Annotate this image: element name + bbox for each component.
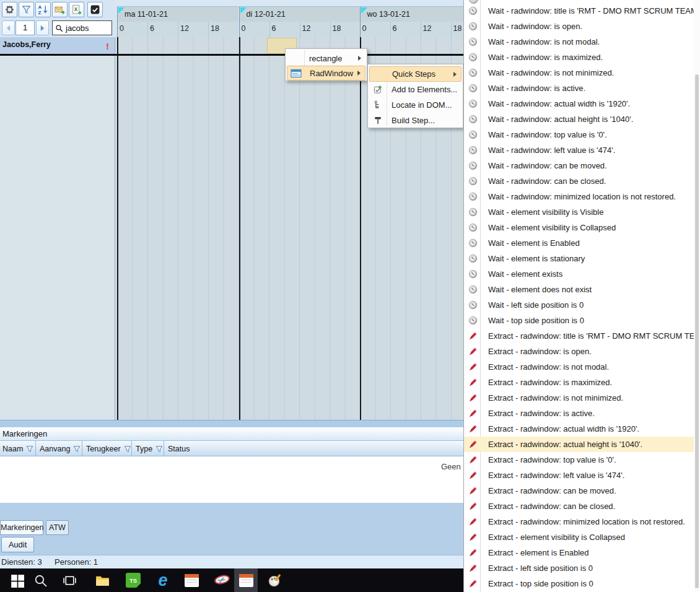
step-row-wait[interactable]: Wait - radwindow: left value is '474'. <box>464 142 694 158</box>
next-page-button[interactable] <box>36 20 49 35</box>
step-row-wait[interactable]: Wait - radwindow: is maximized. <box>464 50 694 65</box>
step-row-extract[interactable]: Extract - radwindow: actual height is '1… <box>464 437 694 452</box>
internet-explorer-button[interactable]: e <box>151 568 175 592</box>
settings-button[interactable] <box>2 2 17 17</box>
step-label: Wait - radwindow: actual width is '1920'… <box>488 96 630 111</box>
step-row-extract[interactable]: Extract - radwindow: is open. <box>464 344 694 359</box>
step-row-wait[interactable]: Wait - radwindow: minimized location is … <box>464 189 694 204</box>
hour-label[interactable]: 12 <box>178 22 208 37</box>
tab-atw[interactable]: ATW <box>46 520 69 535</box>
step-row-wait[interactable]: Wait - radwindow: is active. <box>464 81 694 96</box>
task-view-button[interactable] <box>58 568 81 592</box>
step-row-wait[interactable]: Wait - element visibility is Visible <box>464 204 694 220</box>
step-row-extract[interactable]: Extract - radwindow: is not minimized. <box>464 390 694 406</box>
tab-markeringen[interactable]: Markeringen <box>0 520 43 535</box>
column-header-type[interactable]: Type <box>133 441 164 456</box>
step-row-extract[interactable]: Extract - radwindow: can be closed. <box>464 498 694 514</box>
submenu-item-build-step[interactable]: Build Step... <box>369 113 462 128</box>
hour-label[interactable]: 0 <box>117 22 147 37</box>
filter-funnel-icon[interactable] <box>73 445 81 453</box>
step-row-wait[interactable]: Wait - left side position is 0 <box>464 297 694 313</box>
menu-item-rectangle[interactable]: rectangle <box>287 51 365 66</box>
column-header-naam[interactable]: Naam <box>0 441 36 456</box>
file-explorer-button[interactable] <box>90 568 114 592</box>
calendar-app-active-button[interactable] <box>234 568 258 592</box>
step-row-extract[interactable]: Extract - radwindow: minimized location … <box>464 514 694 529</box>
step-row-wait[interactable]: Wait - radwindow: is not minimized. <box>464 65 694 81</box>
step-row-wait[interactable]: Wait - element visibility is Collapsed <box>464 220 694 235</box>
paint-button[interactable] <box>263 568 286 592</box>
step-row-extract[interactable]: Extract - radwindow: title is 'RMT - DMO… <box>464 328 694 344</box>
step-label: Wait - radwindow: can be closed. <box>488 173 606 189</box>
step-row-extract[interactable]: Extract - element is Enabled <box>464 545 694 560</box>
step-row-wait[interactable]: Wait - radwindow: can be closed. <box>464 173 694 189</box>
step-row-extract[interactable]: Extract - top side position is 0 <box>464 576 694 591</box>
hour-label[interactable]: 6 <box>390 22 421 37</box>
step-row-wait[interactable]: Wait - radwindow: is open. <box>464 19 694 34</box>
hour-label[interactable]: 18 <box>330 22 361 37</box>
hour-label[interactable]: 18 <box>451 22 464 37</box>
step-row-extract[interactable]: Extract - radwindow: is active. <box>464 406 694 421</box>
step-row-wait[interactable]: Wait - radwindow: is not modal. <box>464 34 694 50</box>
hour-label[interactable]: 0 <box>360 22 390 37</box>
hour-label[interactable]: 12 <box>300 22 330 37</box>
start-button[interactable] <box>5 568 28 592</box>
step-row-wait[interactable]: Wait - element is Enabled <box>464 235 694 251</box>
step-label: Extract - radwindow: left value is '474'… <box>488 468 624 483</box>
step-row-extract[interactable]: Extract - radwindow: left value is '474'… <box>464 468 694 483</box>
step-row-wait[interactable]: Wait - element exists <box>464 266 694 282</box>
steps-scrollbar[interactable] <box>694 0 700 592</box>
panel-splitter[interactable] <box>0 420 463 427</box>
day-boundary-line <box>239 37 240 420</box>
step-row-extract[interactable]: Extract - radwindow: actual width is '19… <box>464 421 694 437</box>
prev-page-button[interactable] <box>2 20 15 35</box>
sort-az-button[interactable]: AZ <box>35 2 51 17</box>
step-row-wait[interactable]: Wait - radwindow: title is 'RMT - DMO RM… <box>464 3 694 19</box>
step-row-extract[interactable]: Extract - radwindow: is maximized. <box>464 375 694 390</box>
step-row-wait[interactable]: Wait - element does not exist <box>464 282 694 297</box>
test-studio-button[interactable]: TS <box>121 568 145 592</box>
step-row-wait[interactable]: Wait - radwindow: top value is '0'. <box>464 127 694 142</box>
step-row-extract[interactable]: Extract - left side position is 0 <box>464 560 694 576</box>
column-header-aanvang[interactable]: Aanvang <box>37 441 82 456</box>
step-row-extract[interactable]: Extract - radwindow: can be moved. <box>464 483 694 498</box>
send-button[interactable] <box>52 2 68 17</box>
column-header-terugkeer[interactable]: Terugkeer <box>84 441 132 456</box>
filter-funnel-icon[interactable] <box>124 445 131 453</box>
resource-row[interactable]: Jacobs,Ferry ! <box>0 37 115 54</box>
filter-funnel-icon[interactable] <box>155 445 163 453</box>
hour-label[interactable]: 6 <box>147 22 178 37</box>
submenu-item-quick-steps[interactable]: Quick Steps <box>369 66 462 82</box>
snipping-tool-button[interactable]: ✂ <box>211 568 234 592</box>
step-row-wait[interactable]: Wait - radwindow: actual height is '1040… <box>464 111 694 127</box>
hour-label[interactable]: 12 <box>421 22 451 37</box>
search-input[interactable]: jacobs <box>52 20 112 35</box>
scrollbar-thumb[interactable] <box>695 74 699 588</box>
hour-label[interactable]: 18 <box>208 22 238 37</box>
submenu-item-add-to-elements[interactable]: Add to Elements... <box>369 82 462 97</box>
taskbar-search-button[interactable] <box>28 568 52 592</box>
filter-button[interactable] <box>19 2 34 17</box>
tasks-button[interactable] <box>87 2 103 17</box>
menu-item-radwindow[interactable]: RadWindow <box>287 66 365 81</box>
day-header-3[interactable]: wo 13-01-21 <box>360 6 464 22</box>
step-row-extract[interactable]: Extract - radwindow: top value is '0'. <box>464 452 694 468</box>
audit-button[interactable]: Audit <box>1 537 34 552</box>
export-excel-button[interactable]: X <box>69 2 84 17</box>
step-row-wait[interactable]: Wait - top side position is 0 <box>464 313 694 328</box>
filter-funnel-icon[interactable] <box>26 445 33 453</box>
day-header-1[interactable]: ma 11-01-21 <box>117 6 238 22</box>
step-row-extract[interactable]: Extract - radwindow: is not modal. <box>464 359 694 375</box>
step-row-wait[interactable]: Wait - radwindow: actual width is '1920'… <box>464 96 694 111</box>
step-row-wait[interactable]: Wait - radwindow: can be moved. <box>464 158 694 173</box>
search-icon <box>33 573 48 588</box>
page-number-input[interactable]: 1 <box>15 20 35 35</box>
step-row-wait[interactable]: Wait - element is stationary <box>464 251 694 266</box>
hour-label[interactable]: 6 <box>269 22 300 37</box>
column-header-status[interactable]: Status <box>165 441 468 456</box>
calendar-app-button[interactable] <box>180 568 203 592</box>
day-header-2[interactable]: di 12-01-21 <box>239 6 361 22</box>
submenu-item-locate-in-dom[interactable]: Locate in DOM... <box>369 97 462 113</box>
step-row-extract[interactable]: Extract - element visibility is Collapse… <box>464 529 694 545</box>
hour-label[interactable]: 0 <box>239 22 269 37</box>
